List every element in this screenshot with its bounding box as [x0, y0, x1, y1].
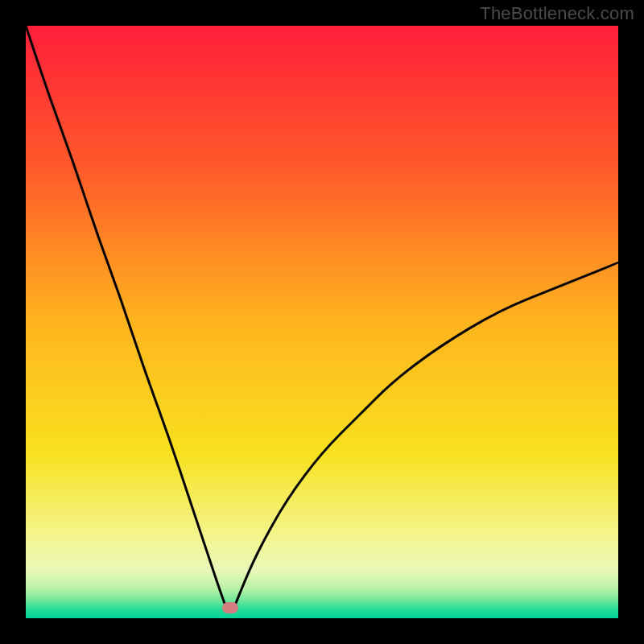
optimal-point-marker: [222, 602, 238, 613]
watermark-text: TheBottleneck.com: [480, 3, 634, 24]
plot-area: [26, 26, 618, 618]
bottleneck-curve: [26, 26, 618, 618]
chart-frame: TheBottleneck.com: [0, 0, 644, 644]
